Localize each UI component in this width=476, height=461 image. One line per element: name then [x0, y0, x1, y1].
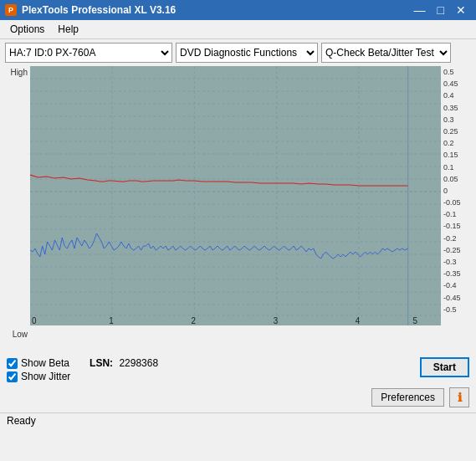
menu-bar: Options Help: [0, 20, 476, 39]
svg-text:2: 2: [191, 316, 196, 325]
y-left-top: High: [5, 68, 28, 77]
y-axis-right: 0.5 0.45 0.4 0.35 0.3 0.25 0.2 0.15 0.1 …: [441, 66, 471, 325]
svg-text:3: 3: [274, 316, 279, 325]
status-text: Ready: [7, 415, 36, 427]
window-title: PlexTools Professional XL V3.16: [22, 4, 176, 16]
preferences-row: Preferences ℹ: [7, 382, 469, 409]
preferences-button[interactable]: Preferences: [371, 388, 444, 407]
start-button[interactable]: Start: [420, 357, 469, 377]
chart-svg: 0 1 2 3 4 5: [30, 66, 441, 325]
info-button[interactable]: ℹ: [449, 387, 469, 407]
drive-select[interactable]: HA:7 ID:0 PX-760A: [5, 43, 172, 63]
bottom-section: Show Beta LSN: 2298368 Show Jitter Start…: [0, 351, 476, 412]
test-select[interactable]: Q-Check Beta/Jitter Test: [321, 43, 451, 63]
title-bar: P PlexTools Professional XL V3.16 — □ ✕: [0, 0, 476, 20]
title-controls: — □ ✕: [409, 4, 471, 16]
y-left-bottom: Low: [5, 330, 28, 339]
close-button[interactable]: ✕: [451, 4, 471, 16]
y-axis-left: High Low: [5, 66, 30, 351]
show-jitter-checkbox[interactable]: [7, 371, 18, 382]
show-beta-label: Show Beta: [21, 357, 69, 369]
chart-area: High Low: [0, 66, 476, 351]
svg-text:0: 0: [32, 316, 37, 325]
chart-wrapper: 0 1 2 3 4 5: [30, 66, 441, 351]
info-icon: ℹ: [458, 391, 462, 404]
svg-text:1: 1: [109, 316, 114, 325]
toolbar: HA:7 ID:0 PX-760A DVD Diagnostic Functio…: [0, 39, 476, 66]
show-beta-checkbox[interactable]: [7, 358, 18, 369]
svg-rect-0: [30, 66, 441, 325]
svg-text:5: 5: [413, 316, 418, 325]
show-beta-item: Show Beta LSN: 2298368: [7, 357, 158, 369]
menu-options[interactable]: Options: [3, 22, 51, 37]
show-jitter-label: Show Jitter: [21, 371, 70, 382]
menu-help[interactable]: Help: [51, 22, 85, 37]
action-buttons: Start: [420, 357, 469, 377]
lsn-value: 2298368: [119, 357, 158, 369]
maximize-button[interactable]: □: [432, 4, 449, 16]
app-icon: P: [5, 4, 17, 16]
status-bar: Ready: [0, 412, 476, 428]
minimize-button[interactable]: —: [409, 4, 431, 16]
svg-text:4: 4: [356, 316, 361, 325]
show-jitter-item: Show Jitter: [7, 371, 158, 382]
lsn-label: LSN: 2298368: [90, 357, 158, 369]
function-select[interactable]: DVD Diagnostic Functions: [176, 43, 318, 63]
checkbox-group: Show Beta LSN: 2298368 Show Jitter: [7, 357, 158, 382]
